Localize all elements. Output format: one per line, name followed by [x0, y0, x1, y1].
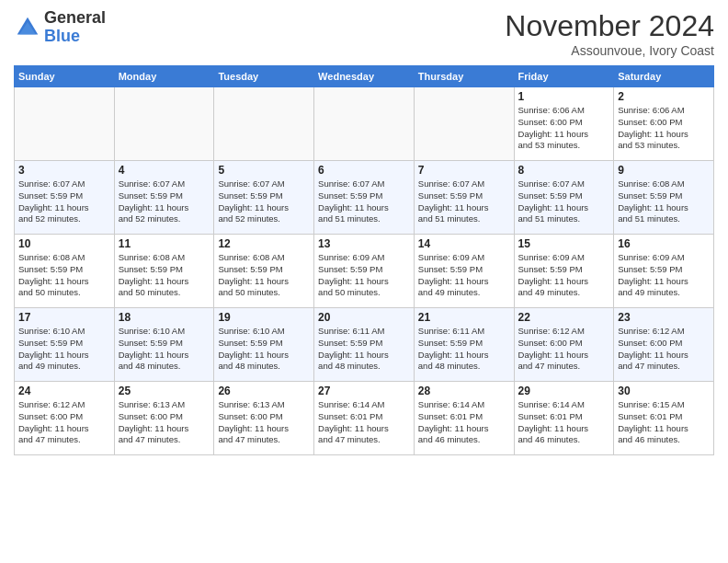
day-number: 30 — [618, 385, 710, 397]
day-info: Sunrise: 6:15 AMSunset: 6:01 PMDaylight:… — [618, 399, 710, 446]
weekday-header-thursday: Thursday — [414, 66, 514, 87]
calendar-day-13: 13Sunrise: 6:09 AMSunset: 5:59 PMDayligh… — [314, 235, 415, 308]
location: Assounvoue, Ivory Coast — [505, 43, 714, 58]
weekday-header-tuesday: Tuesday — [214, 66, 314, 87]
calendar-week-1: 1Sunrise: 6:06 AMSunset: 6:00 PMDaylight… — [15, 87, 714, 161]
calendar-day-23: 23Sunrise: 6:12 AMSunset: 6:00 PMDayligh… — [614, 308, 714, 382]
calendar-day-20: 20Sunrise: 6:11 AMSunset: 5:59 PMDayligh… — [314, 308, 415, 382]
calendar-day-28: 28Sunrise: 6:14 AMSunset: 6:01 PMDayligh… — [414, 382, 514, 455]
day-number: 19 — [218, 311, 310, 324]
day-number: 27 — [318, 385, 410, 397]
calendar-day-24: 24Sunrise: 6:12 AMSunset: 6:00 PMDayligh… — [15, 382, 115, 455]
day-number: 17 — [18, 311, 110, 324]
logo-general: General — [44, 9, 106, 28]
day-number: 28 — [418, 385, 510, 397]
day-number: 8 — [518, 164, 610, 177]
calendar-day-5: 5Sunrise: 6:07 AMSunset: 5:59 PMDaylight… — [214, 161, 314, 235]
calendar-day-16: 16Sunrise: 6:09 AMSunset: 5:59 PMDayligh… — [614, 235, 714, 308]
day-number: 24 — [18, 385, 110, 397]
calendar-empty — [314, 87, 415, 161]
calendar-day-6: 6Sunrise: 6:07 AMSunset: 5:59 PMDaylight… — [314, 161, 415, 235]
day-info: Sunrise: 6:13 AMSunset: 6:00 PMDaylight:… — [119, 399, 210, 446]
weekday-header-wednesday: Wednesday — [314, 66, 415, 87]
month-title: November 2024 — [505, 9, 714, 43]
day-info: Sunrise: 6:14 AMSunset: 6:01 PMDaylight:… — [318, 399, 410, 446]
day-number: 18 — [119, 311, 210, 324]
day-info: Sunrise: 6:12 AMSunset: 6:00 PMDaylight:… — [18, 399, 110, 446]
day-info: Sunrise: 6:09 AMSunset: 5:59 PMDaylight:… — [318, 252, 410, 299]
day-info: Sunrise: 6:09 AMSunset: 5:59 PMDaylight:… — [418, 252, 510, 299]
calendar-day-26: 26Sunrise: 6:13 AMSunset: 6:00 PMDayligh… — [214, 382, 314, 455]
weekday-header-friday: Friday — [514, 66, 614, 87]
calendar-day-12: 12Sunrise: 6:08 AMSunset: 5:59 PMDayligh… — [214, 235, 314, 308]
day-info: Sunrise: 6:12 AMSunset: 6:00 PMDaylight:… — [518, 326, 610, 373]
day-info: Sunrise: 6:07 AMSunset: 5:59 PMDaylight:… — [18, 178, 110, 225]
calendar-day-3: 3Sunrise: 6:07 AMSunset: 5:59 PMDaylight… — [15, 161, 115, 235]
day-info: Sunrise: 6:13 AMSunset: 6:00 PMDaylight:… — [218, 399, 310, 446]
day-info: Sunrise: 6:10 AMSunset: 5:59 PMDaylight:… — [218, 326, 310, 373]
day-info: Sunrise: 6:14 AMSunset: 6:01 PMDaylight:… — [418, 399, 510, 446]
day-number: 13 — [318, 237, 410, 250]
calendar-empty — [114, 87, 214, 161]
day-number: 4 — [119, 164, 210, 177]
day-number: 21 — [418, 311, 510, 324]
calendar-day-25: 25Sunrise: 6:13 AMSunset: 6:00 PMDayligh… — [114, 382, 214, 455]
day-number: 11 — [119, 237, 210, 250]
day-number: 9 — [618, 164, 710, 177]
calendar-day-10: 10Sunrise: 6:08 AMSunset: 5:59 PMDayligh… — [15, 235, 115, 308]
day-info: Sunrise: 6:07 AMSunset: 5:59 PMDaylight:… — [418, 178, 510, 225]
calendar-day-11: 11Sunrise: 6:08 AMSunset: 5:59 PMDayligh… — [114, 235, 214, 308]
day-info: Sunrise: 6:07 AMSunset: 5:59 PMDaylight:… — [518, 178, 610, 225]
calendar-day-14: 14Sunrise: 6:09 AMSunset: 5:59 PMDayligh… — [414, 235, 514, 308]
calendar-day-2: 2Sunrise: 6:06 AMSunset: 6:00 PMDaylight… — [614, 87, 714, 161]
calendar-week-4: 17Sunrise: 6:10 AMSunset: 5:59 PMDayligh… — [15, 308, 714, 382]
day-number: 23 — [618, 311, 710, 324]
day-number: 26 — [218, 385, 310, 397]
page: General Blue November 2024 Assounvoue, I… — [0, 0, 728, 465]
calendar-day-9: 9Sunrise: 6:08 AMSunset: 5:59 PMDaylight… — [614, 161, 714, 235]
day-number: 12 — [218, 237, 310, 250]
day-number: 7 — [418, 164, 510, 177]
calendar-day-30: 30Sunrise: 6:15 AMSunset: 6:01 PMDayligh… — [614, 382, 714, 455]
day-info: Sunrise: 6:12 AMSunset: 6:00 PMDaylight:… — [618, 326, 710, 373]
day-info: Sunrise: 6:08 AMSunset: 5:59 PMDaylight:… — [618, 178, 710, 225]
day-number: 22 — [518, 311, 610, 324]
calendar-body: 1Sunrise: 6:06 AMSunset: 6:00 PMDaylight… — [15, 87, 714, 455]
logo-area: General Blue — [14, 9, 106, 46]
day-number: 6 — [318, 164, 410, 177]
calendar-day-1: 1Sunrise: 6:06 AMSunset: 6:00 PMDaylight… — [514, 87, 614, 161]
day-number: 10 — [18, 237, 110, 250]
calendar-day-22: 22Sunrise: 6:12 AMSunset: 6:00 PMDayligh… — [514, 308, 614, 382]
day-number: 5 — [218, 164, 310, 177]
calendar-empty — [414, 87, 514, 161]
calendar-day-29: 29Sunrise: 6:14 AMSunset: 6:01 PMDayligh… — [514, 382, 614, 455]
weekday-header-sunday: Sunday — [15, 66, 115, 87]
weekday-header-row: SundayMondayTuesdayWednesdayThursdayFrid… — [15, 66, 714, 87]
calendar-day-4: 4Sunrise: 6:07 AMSunset: 5:59 PMDaylight… — [114, 161, 214, 235]
day-info: Sunrise: 6:10 AMSunset: 5:59 PMDaylight:… — [18, 326, 110, 373]
calendar-day-27: 27Sunrise: 6:14 AMSunset: 6:01 PMDayligh… — [314, 382, 415, 455]
calendar-week-3: 10Sunrise: 6:08 AMSunset: 5:59 PMDayligh… — [15, 235, 714, 308]
day-number: 1 — [518, 90, 610, 103]
day-number: 15 — [518, 237, 610, 250]
weekday-header-monday: Monday — [114, 66, 214, 87]
day-info: Sunrise: 6:08 AMSunset: 5:59 PMDaylight:… — [218, 252, 310, 299]
day-info: Sunrise: 6:08 AMSunset: 5:59 PMDaylight:… — [119, 252, 210, 299]
calendar-day-15: 15Sunrise: 6:09 AMSunset: 5:59 PMDayligh… — [514, 235, 614, 308]
calendar-header: SundayMondayTuesdayWednesdayThursdayFrid… — [15, 66, 714, 87]
day-info: Sunrise: 6:11 AMSunset: 5:59 PMDaylight:… — [418, 326, 510, 373]
calendar-week-5: 24Sunrise: 6:12 AMSunset: 6:00 PMDayligh… — [15, 382, 714, 455]
calendar-day-17: 17Sunrise: 6:10 AMSunset: 5:59 PMDayligh… — [15, 308, 115, 382]
day-number: 25 — [119, 385, 210, 397]
day-info: Sunrise: 6:09 AMSunset: 5:59 PMDaylight:… — [518, 252, 610, 299]
day-info: Sunrise: 6:08 AMSunset: 5:59 PMDaylight:… — [18, 252, 110, 299]
day-number: 16 — [618, 237, 710, 250]
calendar: SundayMondayTuesdayWednesdayThursdayFrid… — [14, 65, 714, 455]
day-info: Sunrise: 6:14 AMSunset: 6:01 PMDaylight:… — [518, 399, 610, 446]
day-info: Sunrise: 6:09 AMSunset: 5:59 PMDaylight:… — [618, 252, 710, 299]
day-info: Sunrise: 6:10 AMSunset: 5:59 PMDaylight:… — [119, 326, 210, 373]
calendar-empty — [214, 87, 314, 161]
day-info: Sunrise: 6:07 AMSunset: 5:59 PMDaylight:… — [119, 178, 210, 225]
calendar-empty — [15, 87, 115, 161]
day-info: Sunrise: 6:06 AMSunset: 6:00 PMDaylight:… — [518, 105, 610, 152]
